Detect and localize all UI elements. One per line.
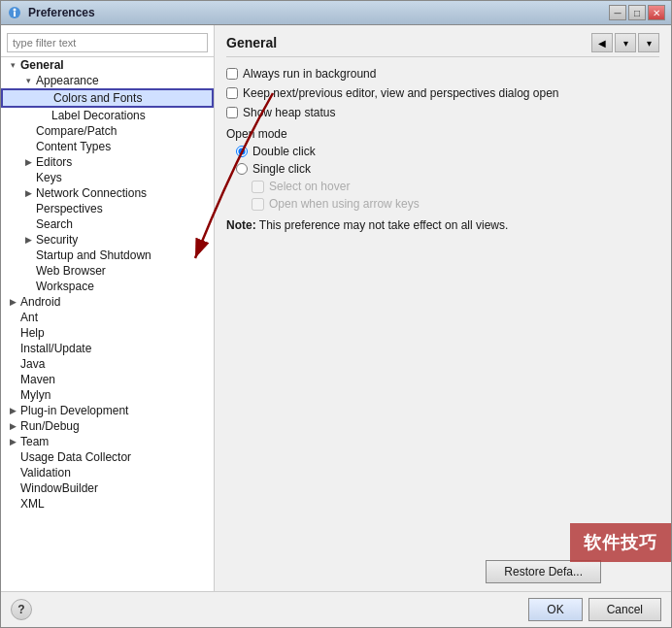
preferences-window: Preferences ─ □ ✕ ▾General▾AppearanceCol… [0, 0, 672, 628]
toolbar-nav-button[interactable]: ▾ [615, 33, 636, 52]
always-run-row: Always run in background [226, 67, 659, 81]
tree-item-xml[interactable]: XML [1, 496, 214, 512]
tree-item-workspace[interactable]: Workspace [1, 279, 214, 294]
restore-button[interactable]: Restore Defa... [486, 560, 601, 583]
tree-label-security: Security [36, 233, 214, 247]
cancel-button[interactable]: Cancel [588, 598, 661, 621]
tree-item-compare-patch[interactable]: Compare/Patch [1, 123, 214, 139]
tree-label-java: Java [20, 357, 214, 371]
tree-item-perspectives[interactable]: Perspectives [1, 201, 214, 216]
show-heap-checkbox[interactable] [226, 107, 238, 118]
always-run-label: Always run in background [243, 67, 376, 81]
ok-button[interactable]: OK [528, 598, 582, 621]
title-buttons: ─ □ ✕ [609, 5, 665, 20]
open-arrow-row: Open when using arrow keys [252, 197, 659, 211]
tree-item-editors[interactable]: ▶Editors [1, 154, 214, 170]
radio-group: Double click Single click [236, 145, 659, 176]
maximize-button[interactable]: □ [628, 5, 646, 20]
sub-checkbox-group: Select on hover Open when using arrow ke… [252, 180, 659, 211]
toolbar-menu-button[interactable]: ▾ [638, 33, 659, 52]
tree-label-content-types: Content Types [36, 140, 214, 153]
tree-label-team: Team [20, 435, 214, 448]
tree-label-appearance: Appearance [36, 74, 214, 87]
keep-editor-checkbox[interactable] [226, 87, 238, 99]
settings-area: Always run in background Keep next/previ… [226, 67, 659, 550]
tree-item-web-browser[interactable]: Web Browser [1, 263, 214, 279]
tree-label-android: Android [20, 295, 214, 309]
tree-item-search[interactable]: Search [1, 216, 214, 232]
tree-label-ant: Ant [20, 311, 214, 324]
tree-item-mylyn[interactable]: Mylyn [1, 387, 214, 403]
open-arrow-checkbox[interactable] [252, 198, 264, 211]
window-title: Preferences [28, 6, 95, 19]
minimize-button[interactable]: ─ [609, 5, 626, 20]
tree-item-validation[interactable]: Validation [1, 465, 214, 480]
panel-title: General [226, 35, 277, 50]
bottom-bar: ? OK Cancel [1, 591, 671, 627]
svg-point-1 [14, 9, 17, 12]
tree-label-xml: XML [20, 497, 214, 511]
show-heap-row: Show heap status [226, 106, 659, 119]
tree-item-network-connections[interactable]: ▶Network Connections [1, 185, 214, 201]
tree-arrow-editors: ▶ [20, 157, 36, 167]
right-toolbar: ◀ ▾ ▾ [591, 33, 659, 52]
tree-item-run-debug[interactable]: ▶Run/Debug [1, 418, 214, 434]
right-header: General ◀ ▾ ▾ [226, 33, 659, 57]
tree-label-install-update: Install/Update [20, 342, 214, 355]
select-hover-label: Select on hover [269, 180, 350, 193]
double-click-radio[interactable] [236, 146, 248, 157]
tree-item-general[interactable]: ▾General [1, 57, 214, 73]
svg-rect-2 [14, 12, 16, 17]
tree-label-compare-patch: Compare/Patch [36, 124, 214, 138]
filter-input[interactable] [7, 33, 208, 52]
tree-item-startup-shutdown[interactable]: Startup and Shutdown [1, 248, 214, 263]
tree-label-run-debug: Run/Debug [20, 419, 214, 433]
tree-label-mylyn: Mylyn [20, 388, 214, 402]
tree-label-perspectives: Perspectives [36, 202, 214, 215]
tree-item-maven[interactable]: Maven [1, 372, 214, 387]
tree-item-help[interactable]: Help [1, 325, 214, 341]
tree-item-install-update[interactable]: Install/Update [1, 341, 214, 356]
tree-item-java[interactable]: Java [1, 356, 214, 372]
tree-item-team[interactable]: ▶Team [1, 434, 214, 449]
watermark: 软件技巧 [570, 523, 671, 562]
note-text: Note: This preference may not take effec… [226, 218, 659, 232]
window-icon [7, 5, 22, 20]
tree-arrow-general: ▾ [5, 60, 20, 70]
select-hover-row: Select on hover [252, 180, 659, 193]
keep-editor-label: Keep next/previous editor, view and pers… [243, 86, 559, 100]
tree-item-window-builder[interactable]: WindowBuilder [1, 480, 214, 496]
tree-item-label-decorations[interactable]: Label Decorations [1, 108, 214, 123]
tree-item-content-types[interactable]: Content Types [1, 139, 214, 154]
double-click-label: Double click [252, 145, 316, 158]
single-click-radio[interactable] [236, 163, 248, 175]
tree-item-colors-fonts[interactable]: Colors and Fonts [1, 88, 214, 108]
close-button[interactable]: ✕ [648, 5, 665, 20]
sidebar: ▾General▾AppearanceColors and FontsLabel… [1, 25, 215, 591]
tree-label-editors: Editors [36, 155, 214, 169]
tree-item-security[interactable]: ▶Security [1, 232, 214, 248]
open-mode-label: Open mode [226, 127, 659, 141]
tree-item-appearance[interactable]: ▾Appearance [1, 73, 214, 88]
title-bar-left: Preferences [7, 5, 95, 20]
tree-item-keys[interactable]: Keys [1, 170, 214, 185]
tree-label-workspace: Workspace [36, 280, 214, 293]
tree-item-plugin-dev[interactable]: ▶Plug-in Development [1, 403, 214, 418]
tree-label-network-connections: Network Connections [36, 186, 214, 200]
always-run-checkbox[interactable] [226, 68, 238, 80]
show-heap-label: Show heap status [243, 106, 335, 119]
bottom-buttons: OK Cancel [528, 598, 661, 621]
tree-label-web-browser: Web Browser [36, 264, 214, 278]
tree-item-usage-data[interactable]: Usage Data Collector [1, 449, 214, 465]
tree-arrow-network-connections: ▶ [20, 188, 36, 198]
toolbar-back-button[interactable]: ◀ [591, 33, 613, 52]
note-bold: Note: [226, 218, 256, 232]
right-panel: General ◀ ▾ ▾ Always run in background K… [215, 25, 671, 591]
tree-label-search: Search [36, 217, 214, 231]
help-button[interactable]: ? [11, 599, 32, 620]
open-arrow-label: Open when using arrow keys [269, 197, 420, 211]
tree-item-android[interactable]: ▶Android [1, 294, 214, 310]
select-hover-checkbox[interactable] [252, 181, 264, 193]
tree-item-ant[interactable]: Ant [1, 310, 214, 325]
tree-label-label-decorations: Label Decorations [51, 109, 214, 122]
